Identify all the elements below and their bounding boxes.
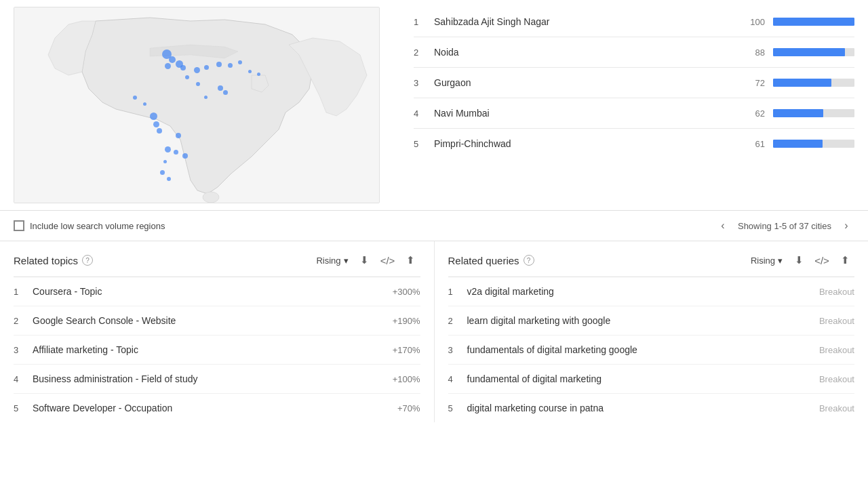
map-dot-26 [160, 170, 165, 175]
breakout-badge: Breakout [819, 316, 854, 326]
list-item: 1 v2a digital marketing Breakout [448, 277, 855, 306]
related-topics-download-icon[interactable]: ⬇ [355, 251, 374, 270]
related-queries-download-icon[interactable]: ⬇ [789, 251, 808, 270]
controls-row: Include low search volume regions ‹ Show… [0, 211, 868, 241]
item-label: fundamental of digital marketing [467, 373, 814, 384]
map-container [14, 7, 393, 203]
city-bar-fill [773, 18, 854, 26]
map-dot-14 [165, 146, 171, 152]
city-row: 4 Navi Mumbai 62 [414, 98, 854, 129]
item-rank: 1 [14, 287, 33, 297]
map-dot-9 [228, 63, 233, 68]
cities-list: 1 Sahibzada Ajit Singh Nagar 100 2 Noida… [393, 7, 854, 203]
related-topics-header: Related topics ? Rising ▾ ⬇ </> ⬆ [14, 241, 420, 277]
map-dot-25 [163, 160, 167, 163]
city-row: 2 Noida 88 [414, 37, 854, 68]
map-dot-7 [204, 65, 209, 70]
map-dot-22 [204, 96, 208, 99]
map-dot-24 [143, 102, 146, 106]
related-queries-dropdown[interactable]: Rising ▾ [748, 254, 785, 267]
related-queries-embed-icon[interactable]: </> [812, 251, 831, 270]
svg-point-1 [203, 192, 219, 203]
related-topics-list: 1 Coursera - Topic +300% 2 Google Search… [14, 277, 420, 422]
city-row: 1 Sahibzada Ajit Singh Nagar 100 [414, 7, 854, 37]
map-dot-12 [153, 121, 159, 127]
low-volume-checkbox-label[interactable]: Include low search volume regions [14, 220, 165, 231]
map-dot-16 [176, 133, 181, 138]
item-label: Coursera - Topic [33, 286, 387, 297]
city-bar-fill [773, 109, 823, 117]
city-bar-fill [773, 79, 831, 87]
city-rank: 1 [414, 17, 434, 27]
city-bar-bg [773, 109, 854, 117]
map-dot-18 [218, 85, 223, 91]
related-queries-share-icon[interactable]: ⬆ [835, 251, 854, 270]
item-rank: 3 [448, 345, 467, 355]
prev-arrow[interactable]: ‹ [715, 218, 731, 234]
breakout-badge: Breakout [819, 345, 854, 355]
city-name: Pimpri-Chinchwad [434, 138, 738, 149]
map-dot-6 [194, 67, 200, 73]
item-rank: 5 [448, 403, 467, 413]
list-item: 5 Software Developer - Occupation +70% [14, 394, 420, 422]
pagination-text: Showing 1-5 of 37 cities [738, 221, 831, 231]
city-name: Noida [434, 47, 738, 58]
item-label: Google Search Console - Website [33, 315, 387, 326]
city-value: 72 [738, 78, 765, 88]
map-dot-15 [174, 150, 178, 155]
item-label: learn digital marketing with google [467, 315, 814, 326]
list-item: 2 learn digital marketing with google Br… [448, 306, 855, 336]
item-label: v2a digital marketing [467, 286, 814, 297]
breakout-badge: Breakout [819, 374, 854, 384]
list-item: 5 digital marketing course in patna Brea… [448, 394, 855, 422]
map-dot-10 [238, 60, 242, 64]
map-dot-4 [169, 56, 176, 63]
list-item: 3 Affiliate marketing - Topic +170% [14, 336, 420, 365]
item-label: digital marketing course in patna [467, 403, 814, 413]
related-topics-dropdown[interactable]: Rising ▾ [313, 254, 351, 267]
map-dot-17 [182, 153, 188, 159]
item-rank: 4 [14, 374, 33, 384]
related-topics-share-icon[interactable]: ⬆ [401, 251, 420, 270]
related-topics-info-icon[interactable]: ? [82, 255, 93, 266]
main-container: 1 Sahibzada Ajit Singh Nagar 100 2 Noida… [0, 0, 868, 422]
related-topics-embed-icon[interactable]: </> [378, 251, 397, 270]
related-queries-list: 1 v2a digital marketing Breakout 2 learn… [448, 277, 855, 422]
city-name: Navi Mumbai [434, 108, 738, 119]
map-dot-23 [133, 96, 137, 100]
city-rank: 3 [414, 78, 434, 88]
city-value: 61 [738, 139, 765, 149]
map-dot-13 [157, 128, 162, 134]
related-queries-info-icon[interactable]: ? [524, 255, 534, 266]
item-rank: 1 [448, 287, 467, 297]
item-rank: 3 [14, 345, 33, 355]
chevron-down-icon: ▾ [344, 256, 349, 266]
top-section: 1 Sahibzada Ajit Singh Nagar 100 2 Noida… [0, 0, 868, 211]
next-arrow[interactable]: › [838, 218, 854, 234]
map-dot-11 [150, 113, 157, 120]
city-rank: 2 [414, 47, 434, 58]
map-dot-27 [167, 177, 171, 181]
item-value: +170% [393, 345, 420, 355]
item-rank: 5 [14, 403, 33, 413]
list-item: 4 fundamental of digital marketing Break… [448, 365, 855, 394]
list-item: 2 Google Search Console - Website +190% [14, 306, 420, 336]
low-volume-checkbox[interactable] [14, 220, 24, 231]
item-label: Software Developer - Occupation [33, 403, 392, 413]
map-dot-20 [185, 75, 189, 79]
list-item: 1 Coursera - Topic +300% [14, 277, 420, 306]
city-value: 100 [738, 17, 765, 27]
city-bar-bg [773, 48, 854, 56]
item-rank: 2 [14, 316, 33, 326]
map-dot-5 [180, 65, 186, 70]
map-dot-21 [196, 82, 200, 86]
city-row: 5 Pimpri-Chinchwad 61 [414, 129, 854, 159]
city-bar-bg [773, 18, 854, 26]
map-dot-3 [165, 63, 171, 69]
item-label: Business administration - Field of study [33, 373, 387, 384]
city-value: 62 [738, 108, 765, 119]
item-label: fundamentals of digital marketing google [467, 344, 814, 355]
city-bar-fill [773, 48, 845, 56]
item-value: +70% [397, 403, 420, 413]
city-value: 88 [738, 47, 765, 58]
